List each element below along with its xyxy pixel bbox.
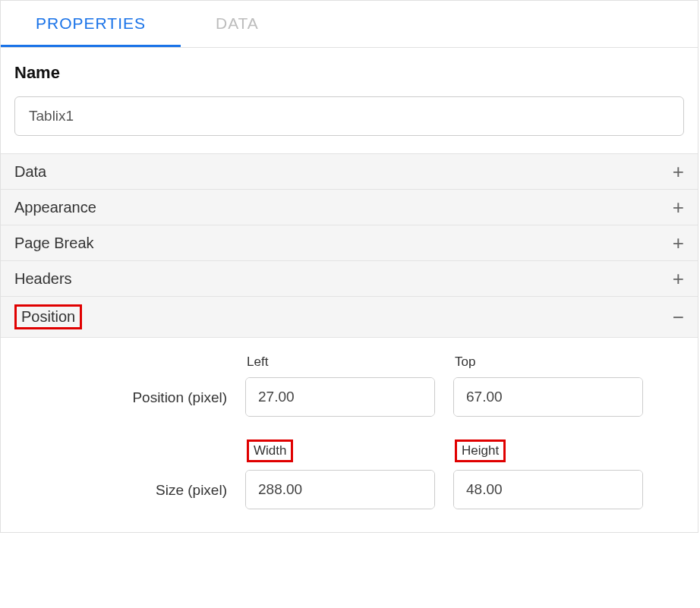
collapse-icon: − xyxy=(673,307,684,327)
tab-properties[interactable]: PROPERTIES xyxy=(1,1,181,47)
highlight-position: Position xyxy=(14,304,82,329)
height-label: Height xyxy=(453,439,643,462)
tab-bar: PROPERTIES DATA xyxy=(1,1,698,48)
tab-data[interactable]: DATA xyxy=(181,1,294,47)
expand-icon: + xyxy=(673,269,684,288)
width-input-wrap xyxy=(245,470,435,509)
width-label: Width xyxy=(245,439,435,462)
expand-icon: + xyxy=(673,162,684,181)
section-page-break[interactable]: Page Break + xyxy=(1,225,698,261)
section-page-break-title: Page Break xyxy=(14,235,94,252)
left-label: Left xyxy=(245,354,435,370)
width-input[interactable] xyxy=(246,471,435,509)
position-row: Position (pixel) Left Top xyxy=(14,354,684,417)
top-input-wrap xyxy=(453,377,643,417)
left-block: Left xyxy=(245,354,435,417)
name-input[interactable] xyxy=(14,96,684,136)
name-label: Name xyxy=(14,63,684,83)
position-body: Position (pixel) Left Top xyxy=(1,338,698,532)
expand-icon: + xyxy=(673,233,684,253)
properties-panel: PROPERTIES DATA Name Data + Appearance +… xyxy=(0,0,698,533)
name-section: Name xyxy=(1,48,698,154)
section-data-title: Data xyxy=(14,163,46,181)
height-input[interactable] xyxy=(454,471,643,509)
section-appearance[interactable]: Appearance + xyxy=(1,189,698,225)
section-position-title: Position xyxy=(14,304,82,329)
expand-icon: + xyxy=(673,197,684,217)
top-label: Top xyxy=(453,354,643,370)
highlight-height: Height xyxy=(455,439,506,462)
left-input[interactable] xyxy=(246,378,435,416)
section-headers-title: Headers xyxy=(14,270,72,288)
section-headers[interactable]: Headers + xyxy=(1,260,698,297)
section-data[interactable]: Data + xyxy=(1,153,698,190)
highlight-width: Width xyxy=(247,439,293,462)
left-input-wrap xyxy=(245,377,435,417)
height-input-wrap xyxy=(453,470,643,509)
width-block: Width xyxy=(245,439,435,509)
size-row: Size (pixel) Width Height xyxy=(14,439,684,509)
section-appearance-title: Appearance xyxy=(14,199,96,216)
height-block: Height xyxy=(453,439,643,509)
top-block: Top xyxy=(453,354,643,417)
section-position[interactable]: Position − xyxy=(1,296,698,338)
position-row-label: Position (pixel) xyxy=(14,389,227,417)
size-row-label: Size (pixel) xyxy=(14,482,227,509)
top-input[interactable] xyxy=(454,378,643,416)
